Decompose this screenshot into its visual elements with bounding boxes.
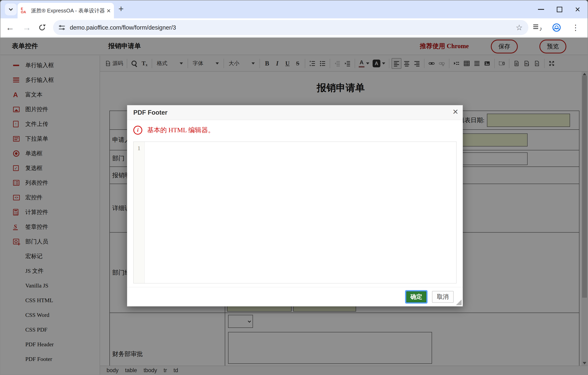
chevron-down-icon <box>9 7 13 11</box>
info-icon: i <box>133 126 142 135</box>
address-bar[interactable]: demo.paioffice.com/flow/form/designer/3 … <box>53 20 528 35</box>
expressoa-favicon-icon: E OA <box>21 7 30 14</box>
profile-avatar-icon[interactable] <box>553 23 561 32</box>
dialog-header[interactable]: PDF Footer × <box>127 105 463 120</box>
back-icon[interactable]: ← <box>6 23 14 32</box>
tab-close-icon[interactable]: × <box>106 7 111 14</box>
browser-menu-icon[interactable]: ⋮ <box>572 24 579 31</box>
browser-titlebar: E OA 派胜® ExpressOA - 表单设计器 × + × <box>0 0 588 18</box>
dialog-resize-handle[interactable] <box>456 300 462 305</box>
maximize-icon[interactable] <box>557 7 562 12</box>
reload-icon[interactable] <box>38 23 46 32</box>
browser-tab[interactable]: E OA 派胜® ExpressOA - 表单设计器 × <box>18 3 114 18</box>
ok-button[interactable]: 确定 <box>406 291 426 302</box>
browser-toolbar: ← → demo.paioffice.com/flow/form/designe… <box>0 18 588 37</box>
bookmark-star-icon[interactable]: ☆ <box>516 24 523 31</box>
dialog-info-text: 基本的 HTML 编辑器。 <box>147 126 214 135</box>
dialog-info-row: i 基本的 HTML 编辑器。 <box>133 126 214 135</box>
new-tab-button[interactable]: + <box>118 4 124 14</box>
cancel-button[interactable]: 取消 <box>432 291 454 303</box>
line-number-gutter: 1 <box>134 142 145 283</box>
dialog-footer: 确定 取消 <box>127 287 463 306</box>
site-settings-icon[interactable] <box>59 24 65 30</box>
browser-action-icons: ♪ ⋮ <box>533 23 579 32</box>
tab-title: 派胜® ExpressOA - 表单设计器 <box>31 7 105 14</box>
minimize-icon[interactable] <box>538 9 544 10</box>
pdf-footer-dialog: PDF Footer × i 基本的 HTML 编辑器。 1 确定 取消 <box>127 105 463 306</box>
dialog-title: PDF Footer <box>133 109 168 116</box>
browser-window: E OA 派胜® ExpressOA - 表单设计器 × + × ← → dem… <box>0 0 588 375</box>
close-window-icon[interactable]: × <box>575 5 580 14</box>
tab-search-chevron-button[interactable] <box>5 3 17 15</box>
window-controls: × <box>538 0 580 18</box>
forward-icon[interactable]: → <box>22 23 31 32</box>
url-text[interactable]: demo.paioffice.com/flow/form/designer/3 <box>70 24 516 31</box>
dialog-close-icon[interactable]: × <box>453 107 458 116</box>
html-code-editor[interactable]: 1 <box>133 142 457 284</box>
media-controls-icon[interactable]: ♪ <box>533 24 541 31</box>
